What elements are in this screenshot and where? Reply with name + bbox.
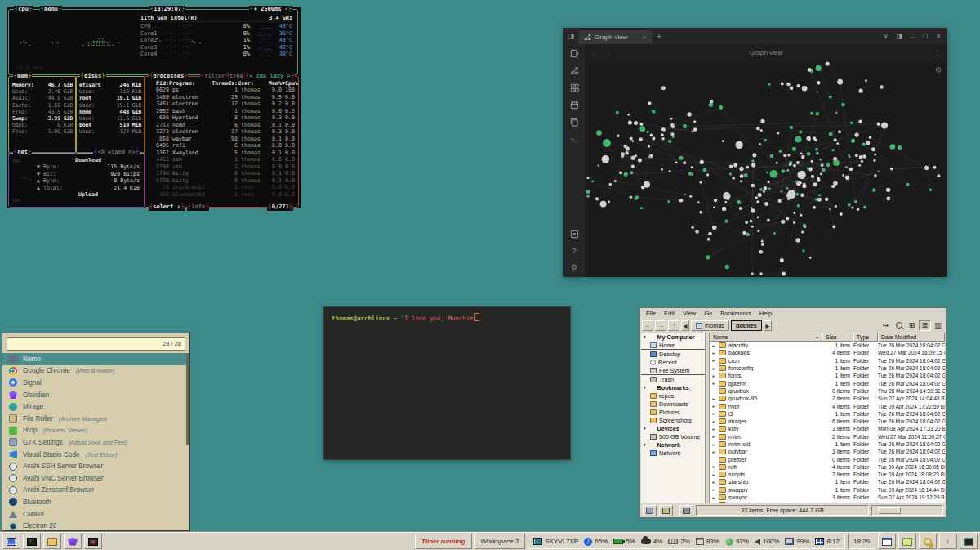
sidebar-item[interactable]: 500 GB Volume bbox=[641, 432, 705, 440]
app-list-item[interactable]: Avahi Zeroconf Browser bbox=[2, 485, 189, 497]
sidebar-item[interactable]: Devices bbox=[641, 424, 705, 432]
app-list-item[interactable]: CMake bbox=[2, 508, 189, 521]
canvas-icon[interactable] bbox=[569, 83, 579, 93]
app-list-item[interactable]: Avahi VNC Server Browser bbox=[2, 472, 189, 485]
quick-launch-button[interactable] bbox=[84, 534, 102, 549]
btop-tab-cpu[interactable]: cpu bbox=[14, 6, 33, 13]
process-row[interactable]: 3367 Xwayland 5 thomas 0.1 0.0 bbox=[145, 150, 298, 157]
process-row[interactable]: 469 bluetoothd 1 root 0.0 0.0 bbox=[145, 191, 298, 199]
process-row[interactable]: 5770 kitty 6 thomas 0.1 0.0 bbox=[145, 177, 298, 185]
tray-app-button[interactable] bbox=[878, 534, 896, 549]
tray-item[interactable]: 97% bbox=[725, 538, 749, 546]
file-row[interactable]: ▸ fonts 1 item Folder Tue 26 Mar 2024 18… bbox=[710, 372, 945, 379]
breadcrumb-home[interactable]: thomas bbox=[691, 320, 729, 331]
sidebar-item[interactable]: Recent bbox=[641, 358, 705, 366]
expander-icon[interactable]: ▸ bbox=[711, 419, 716, 424]
workspace-indicator[interactable]: Workspace 3 bbox=[474, 534, 526, 549]
app-list-item[interactable]: File Roller (Archive Manager) bbox=[2, 413, 189, 425]
col-pid[interactable]: Pid: bbox=[148, 80, 169, 87]
app-list-item[interactable]: Mirage bbox=[2, 400, 189, 413]
daily-note-icon[interactable] bbox=[569, 101, 579, 110]
sidebar-item[interactable]: Network bbox=[641, 449, 705, 457]
menu-item[interactable]: View bbox=[679, 310, 699, 317]
process-row[interactable]: 6405 rofi 6 thomas 0.0 0.0 bbox=[145, 142, 298, 150]
app-list-item[interactable]: GTK Settings (Adjust Look and Feel) bbox=[2, 436, 189, 449]
more-options-icon[interactable]: ⋮ bbox=[934, 49, 947, 56]
maximize-icon[interactable]: ▢ bbox=[923, 33, 929, 39]
col-mem[interactable]: Mem% bbox=[265, 80, 282, 87]
expander-icon[interactable]: ▸ bbox=[711, 358, 716, 363]
btop-interval[interactable]: + 2500ms - bbox=[249, 6, 292, 13]
expander-icon[interactable]: ▸ bbox=[711, 442, 716, 447]
proc-tree[interactable]: tree bbox=[225, 73, 247, 80]
quick-launch-button[interactable] bbox=[2, 534, 20, 549]
sidebar-item[interactable]: Bookmarks bbox=[641, 383, 705, 391]
clock[interactable]: 18:29 bbox=[848, 534, 875, 549]
process-row[interactable]: 6629 ps 1 thomas 0.0 100 bbox=[145, 87, 298, 94]
sidebar-item[interactable]: Trash bbox=[641, 375, 705, 383]
mem-title[interactable]: mem bbox=[13, 73, 32, 80]
col-user[interactable]: User: bbox=[238, 80, 265, 87]
net-iface[interactable]: <b wlan0 n> bbox=[93, 149, 140, 156]
help-icon[interactable]: ? bbox=[569, 246, 579, 256]
graph-settings-icon[interactable]: ⚙ bbox=[935, 65, 942, 74]
app-list-item[interactable]: Nemo bbox=[2, 353, 189, 365]
side-pane-toggle-icon[interactable] bbox=[643, 505, 657, 516]
app-list-item[interactable]: Electron 28 bbox=[2, 520, 189, 532]
file-row[interactable]: gruvbox 0 items Folder Thu 28 Mar 2024 1… bbox=[710, 387, 945, 395]
tray-item[interactable]: ᛒ 65% bbox=[584, 538, 608, 546]
scrollbar-thumb[interactable] bbox=[878, 507, 901, 514]
quick-launch-button[interactable] bbox=[64, 534, 82, 549]
file-row[interactable]: ▸ alacritty 1 item Folder Tue 26 Mar 202… bbox=[710, 342, 945, 349]
app-list-item[interactable]: Htop (Process Viewer) bbox=[2, 425, 189, 437]
tray-item[interactable]: 4% bbox=[641, 538, 663, 545]
sidebar-item[interactable]: My Computer bbox=[641, 333, 705, 341]
sidebar-item[interactable]: Home bbox=[641, 341, 705, 350]
sidebar-toggle-icon[interactable]: ◨ bbox=[564, 32, 578, 40]
process-row[interactable]: 5780 zsh 1 thomas 0.0 0.0 bbox=[145, 163, 298, 171]
expander-icon[interactable]: ▸ bbox=[711, 381, 716, 386]
file-row[interactable]: prettier 0 items Folder Tue 26 Mar 2024 … bbox=[710, 455, 945, 463]
process-row[interactable]: 4413 zsh 1 thomas 0.0 0.0 bbox=[145, 156, 298, 163]
process-row[interactable]: 698 Hyprland 8 thomas 0.3 0.0 bbox=[145, 114, 298, 122]
file-row[interactable]: ▸ kitty 3 items Folder Mon 08 Apr 2024 1… bbox=[710, 425, 945, 432]
rofi-scrollbar[interactable] bbox=[186, 353, 189, 445]
file-row[interactable]: ▸ cron 1 item Folder Tue 26 Mar 2024 18:… bbox=[710, 357, 945, 364]
menu-item[interactable]: Help bbox=[756, 310, 775, 317]
forward-icon[interactable]: → bbox=[604, 49, 611, 56]
proc-sort-mode[interactable]: < cpu lazy > bbox=[245, 73, 295, 80]
tray-app-button[interactable] bbox=[939, 534, 957, 549]
tray-item[interactable]: 83% bbox=[696, 538, 719, 545]
back-button[interactable]: ← bbox=[642, 320, 653, 331]
col-program[interactable]: Program: bbox=[169, 80, 210, 87]
column-size[interactable]: Size bbox=[822, 333, 853, 342]
tab-list-icon[interactable]: ∨ bbox=[884, 33, 889, 40]
file-row[interactable]: ▸ swaync 3 items Folder Sun 07 Apr 2024 … bbox=[710, 494, 945, 501]
btop-tab-menu[interactable]: menu bbox=[40, 6, 62, 13]
tray-item[interactable]: SKYVL7XP bbox=[533, 538, 578, 545]
sidebar-item[interactable]: repos bbox=[641, 391, 705, 400]
file-row[interactable]: ▸ scripts 2 items Folder Tue 09 Apr 2024… bbox=[710, 471, 945, 478]
expander-icon[interactable]: ▸ bbox=[711, 434, 716, 439]
clipboard-icon[interactable] bbox=[569, 118, 579, 127]
process-row[interactable]: 3469 electron 25 thomas 0.5 0.0 bbox=[145, 94, 298, 101]
sidebar-item[interactable]: Pictures bbox=[641, 408, 705, 416]
list-view-icon[interactable]: ≣ bbox=[919, 320, 931, 331]
process-row[interactable]: 868 waybar 98 thomas 0.1 0.0 bbox=[145, 136, 298, 143]
timer-button[interactable]: Timer running bbox=[415, 534, 472, 549]
file-row[interactable]: ▸ i3 1 item Folder Tue 26 Mar 2024 18:04… bbox=[710, 410, 945, 418]
expander-icon[interactable]: ▸ bbox=[711, 464, 716, 469]
file-row[interactable]: ▸ backups 4 items Folder Wed 27 Mar 2024… bbox=[710, 349, 945, 356]
back-icon[interactable]: ← bbox=[591, 49, 598, 56]
file-row[interactable]: ▸ hypr 4 items Folder Tue 09 Apr 2024 17… bbox=[710, 402, 945, 409]
process-row[interactable]: 2062 bash 1 thomas 0.0 0.3 bbox=[145, 108, 298, 115]
breadcrumb-current[interactable]: dotfiles bbox=[731, 320, 762, 331]
new-tab-icon[interactable]: + bbox=[652, 32, 666, 41]
tray-app-button[interactable] bbox=[960, 534, 978, 549]
expander-icon[interactable]: ▸ bbox=[711, 404, 716, 409]
tab-close-icon[interactable]: × bbox=[642, 34, 646, 41]
tray-item[interactable]: 100% bbox=[755, 538, 779, 545]
right-sidebar-toggle-icon[interactable]: ◨ bbox=[897, 33, 903, 40]
expander-icon[interactable]: ▸ bbox=[711, 495, 716, 500]
vault-switcher-icon[interactable] bbox=[569, 230, 579, 239]
